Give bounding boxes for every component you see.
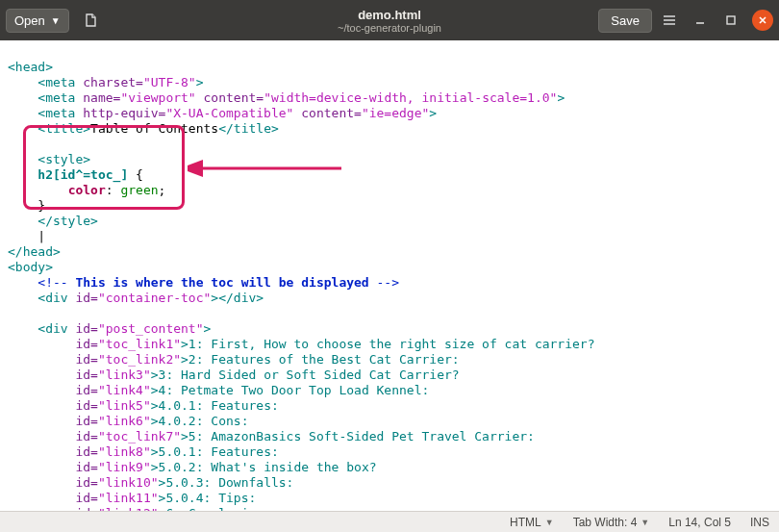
new-document-icon — [83, 13, 98, 28]
chevron-down-icon: ▼ — [641, 518, 649, 527]
editor-area[interactable]: <head> <meta charset="UTF-8"> <meta name… — [0, 40, 779, 511]
minimize-button[interactable] — [687, 7, 714, 34]
status-tabwidth-label: Tab Width: 4 — [573, 516, 638, 529]
hamburger-menu-button[interactable] — [656, 7, 683, 34]
chevron-down-icon: ▼ — [545, 518, 554, 527]
maximize-button[interactable] — [717, 7, 744, 34]
status-cursor-pos: Ln 14, Col 5 — [659, 516, 741, 529]
close-icon — [758, 15, 767, 25]
save-button[interactable]: Save — [598, 9, 652, 33]
hamburger-icon — [663, 13, 676, 27]
minimize-icon — [694, 14, 706, 26]
new-document-button[interactable] — [77, 7, 104, 34]
save-label: Save — [611, 13, 640, 28]
status-language[interactable]: HTML▼ — [500, 516, 564, 529]
code-content: <head> <meta charset="UTF-8"> <meta name… — [8, 44, 771, 511]
open-button[interactable]: Open ▼ — [6, 9, 69, 33]
status-tabwidth[interactable]: Tab Width: 4▼ — [564, 516, 660, 529]
status-insert-mode[interactable]: INS — [741, 516, 779, 529]
close-button[interactable] — [752, 10, 773, 31]
chevron-down-icon: ▼ — [51, 15, 61, 26]
status-ins-label: INS — [750, 516, 769, 529]
window-controls: Save — [598, 7, 773, 34]
open-label: Open — [14, 13, 45, 28]
titlebar: Open ▼ demo.html ~/toc-generator-plugin … — [0, 0, 779, 40]
statusbar: HTML▼ Tab Width: 4▼ Ln 14, Col 5 INS — [0, 511, 779, 532]
status-language-label: HTML — [510, 516, 541, 529]
svg-rect-0 — [727, 16, 735, 24]
maximize-icon — [725, 14, 737, 26]
